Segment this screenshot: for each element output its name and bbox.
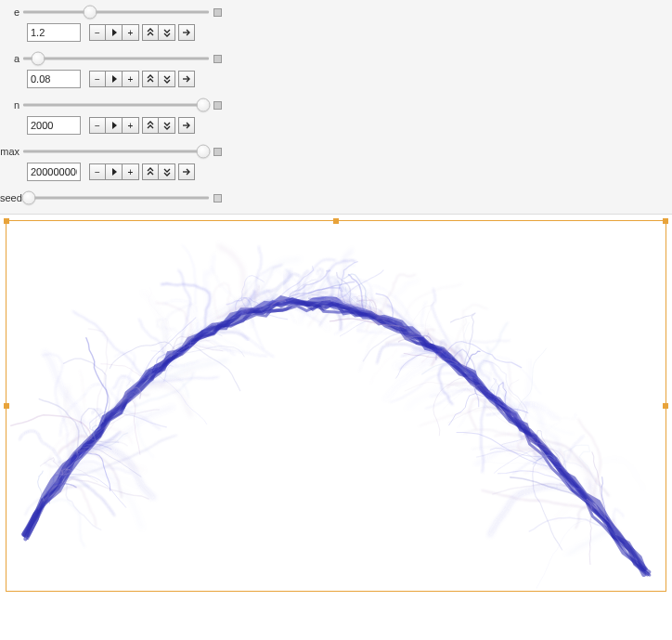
- svg-marker-4: [112, 122, 117, 129]
- minus-button[interactable]: −: [89, 24, 106, 41]
- expand-toggle-seed[interactable]: [213, 194, 222, 202]
- step-down-button[interactable]: [159, 24, 175, 41]
- minus-button[interactable]: −: [89, 117, 106, 134]
- play-button[interactable]: [106, 71, 123, 87]
- plus-button[interactable]: +: [123, 117, 139, 134]
- input-max[interactable]: [27, 163, 81, 181]
- label-a: a: [0, 53, 23, 64]
- row-a: a: [0, 50, 666, 67]
- plus-button[interactable]: +: [123, 163, 139, 180]
- step-up-button[interactable]: [142, 163, 159, 180]
- label-n: n: [0, 99, 23, 111]
- arrow-right-button[interactable]: [178, 71, 195, 87]
- input-e[interactable]: [27, 23, 81, 42]
- slider-a[interactable]: [23, 50, 209, 67]
- arrow-right-button[interactable]: [178, 163, 195, 180]
- label-max: max: [0, 146, 23, 157]
- row-seed: seed: [0, 189, 666, 206]
- arrow-right-button[interactable]: [178, 24, 195, 41]
- slider-e[interactable]: [23, 4, 209, 20]
- step-up-button[interactable]: [142, 117, 159, 134]
- controls-panel: e − + a −: [0, 0, 672, 215]
- row-e: e: [0, 4, 666, 20]
- slider-seed[interactable]: [23, 189, 209, 206]
- play-button[interactable]: [106, 163, 123, 180]
- collapse-toggle-n[interactable]: [213, 101, 222, 110]
- collapse-toggle-e[interactable]: [213, 8, 222, 17]
- slider-n[interactable]: [23, 97, 209, 113]
- input-a[interactable]: [27, 70, 81, 88]
- svg-marker-2: [112, 75, 117, 83]
- svg-marker-0: [112, 29, 117, 36]
- minus-button[interactable]: −: [89, 71, 106, 87]
- collapse-toggle-max[interactable]: [213, 148, 222, 156]
- output-area: [0, 215, 672, 597]
- slider-max[interactable]: [23, 143, 209, 160]
- step-down-button[interactable]: [159, 117, 175, 134]
- graphics-frame[interactable]: [6, 220, 666, 592]
- step-down-button[interactable]: [159, 71, 175, 87]
- arrow-right-button[interactable]: [178, 117, 195, 134]
- row-n: n: [0, 97, 666, 113]
- label-e: e: [0, 7, 23, 18]
- row-max: max: [0, 143, 666, 160]
- collapse-toggle-a[interactable]: [213, 55, 222, 63]
- minus-button[interactable]: −: [89, 163, 106, 180]
- step-up-button[interactable]: [142, 24, 159, 41]
- step-up-button[interactable]: [142, 71, 159, 87]
- label-seed: seed: [0, 192, 23, 203]
- play-button[interactable]: [106, 117, 123, 134]
- plus-button[interactable]: +: [123, 71, 139, 87]
- input-n[interactable]: [27, 116, 81, 135]
- play-button[interactable]: [106, 24, 123, 41]
- plus-button[interactable]: +: [123, 24, 139, 41]
- svg-marker-6: [112, 168, 117, 176]
- step-down-button[interactable]: [159, 163, 175, 180]
- generated-artwork: [6, 221, 666, 597]
